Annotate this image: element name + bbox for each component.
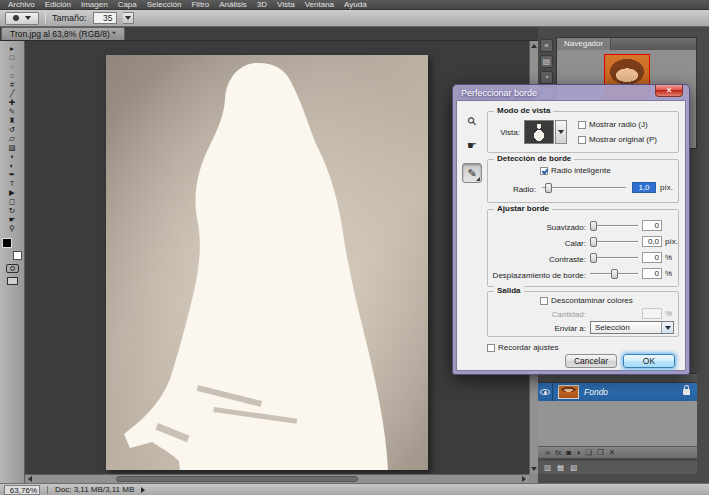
slider-thumb[interactable] [590,253,597,263]
color-panel-icon[interactable]: ▤ [540,55,553,68]
status-flyout-icon[interactable] [141,487,145,493]
eyedropper-tool[interactable]: ╱ [2,89,23,98]
dialog-zoom-tool[interactable]: ⚲ [462,111,482,131]
type-tool[interactable]: T [2,179,23,188]
layer-row-fondo[interactable]: Fondo [538,383,697,401]
layer-name[interactable]: Fondo [584,387,683,397]
dropdown-arrow-button[interactable] [661,322,673,333]
view-mode-thumbnail[interactable] [524,120,554,144]
view-mode-dropdown-button[interactable] [555,120,567,144]
shift-edge-value-field[interactable]: 0 [642,268,662,279]
layer-mask-icon[interactable]: ◙ [566,447,571,459]
dialog-title-bar[interactable]: Perfeccionar borde ✕ [456,85,686,100]
radius-value-field[interactable]: 1,0 [632,182,656,193]
blur-tool[interactable]: ◗ [2,152,23,161]
pen-tool[interactable]: ✒ [2,170,23,179]
smooth-slider[interactable] [590,221,638,231]
healing-brush-tool[interactable]: ✚ [2,98,23,107]
smooth-value-field[interactable]: 0 [642,220,662,231]
refine-radius-tool[interactable]: ✎ [462,163,482,183]
smart-radius-checkbox[interactable] [540,167,548,175]
menu-ayuda[interactable]: Ayuda [339,0,372,10]
screen-mode-button[interactable] [7,277,18,285]
horizontal-scrollbar-thumb[interactable] [116,476,358,482]
rotate-3d-tool[interactable]: ↻ [2,206,23,215]
adjustment-layer-icon[interactable]: ◑ [576,447,581,459]
scroll-up-icon[interactable] [531,44,537,48]
scroll-left-icon[interactable] [28,476,32,482]
cancel-button[interactable]: Cancelar [565,354,617,368]
channels-panel-icon[interactable]: ▥ [544,463,551,472]
shape-tool[interactable]: ◻ [2,197,23,206]
feather-value-field[interactable]: 0,0 [642,236,662,247]
delete-layer-icon[interactable]: ✕ [609,447,615,459]
slider-thumb[interactable] [545,183,552,193]
radius-slider[interactable] [542,183,626,193]
crop-tool[interactable]: # [2,80,23,89]
brush-tool[interactable]: ✎ [2,107,23,116]
dialog-hand-tool[interactable]: ☛ [462,135,482,155]
show-radius-checkbox[interactable] [578,121,586,129]
styles-panel-icon[interactable]: ◔ [540,71,553,84]
lasso-tool[interactable]: ◌ [2,62,23,71]
document-image[interactable] [106,55,428,470]
foreground-color-swatch[interactable] [2,238,12,248]
color-swatches [2,238,22,260]
horizontal-scrollbar[interactable] [25,474,529,483]
feather-slider[interactable] [590,237,638,247]
tool-preset-picker[interactable] [5,12,39,25]
layer-visibility-cell[interactable] [538,383,553,401]
menu-3d[interactable]: 3D [252,0,272,10]
brush-size-field[interactable]: 35 [93,12,117,24]
scroll-down-icon[interactable] [531,467,537,471]
scroll-right-icon[interactable] [522,476,526,482]
contrast-slider[interactable] [590,253,638,263]
decontaminate-checkbox[interactable] [540,297,548,305]
layer-thumbnail[interactable] [558,385,579,399]
menu-ventana[interactable]: Ventana [300,0,339,10]
menu-imagen[interactable]: Imagen [76,0,113,10]
hand-tool[interactable]: ☛ [2,215,23,224]
dialog-close-button[interactable]: ✕ [655,85,683,97]
background-color-swatch[interactable] [13,251,22,260]
brush-size-dropdown-button[interactable] [123,12,134,24]
zoom-level-field[interactable]: 63,76% [4,485,40,495]
collapse-dock-icon[interactable]: « [540,39,553,52]
rectangular-marquee-tool[interactable]: □ [2,53,23,62]
send-to-dropdown[interactable]: Selección [590,321,674,334]
slider-thumb[interactable] [590,221,597,231]
layer-group-icon[interactable]: ❏ [585,447,592,459]
menu-vista[interactable]: Vista [272,0,300,10]
link-layers-icon[interactable]: ∞ [545,447,550,459]
tab-navegador[interactable]: Navegador [557,38,611,50]
shift-edge-slider[interactable] [590,269,638,279]
move-tool[interactable]: ▸ [2,44,23,53]
menu-archivo[interactable]: Archivo [3,0,40,10]
amount-value-field [642,308,662,319]
contrast-value-field[interactable]: 0 [642,252,662,263]
gradient-tool[interactable]: ▨ [2,143,23,152]
menu-seleccion[interactable]: Selección [142,0,187,10]
show-original-checkbox[interactable] [578,136,586,144]
slider-thumb[interactable] [611,269,618,279]
quick-selection-tool[interactable]: ○ [2,71,23,80]
new-layer-icon[interactable]: ❐ [597,447,604,459]
paths-panel-icon[interactable]: ▦ [557,463,564,472]
menu-filtro[interactable]: Filtro [186,0,214,10]
clone-stamp-tool[interactable]: ♜ [2,116,23,125]
menu-analisis[interactable]: Análisis [214,0,252,10]
layer-effects-icon[interactable]: fx [555,447,561,459]
dodge-tool[interactable]: ◐ [2,161,23,170]
menu-edicion[interactable]: Edición [40,0,76,10]
ok-button[interactable]: OK [623,354,675,368]
zoom-tool[interactable]: ⚲ [2,224,23,233]
path-selection-tool[interactable]: ▶ [2,188,23,197]
slider-thumb[interactable] [590,237,597,247]
remember-settings-checkbox[interactable] [487,344,495,352]
history-panel-icon[interactable]: ▧ [570,463,577,472]
history-brush-tool[interactable]: ↺ [2,125,23,134]
document-tab[interactable]: Tron.jpg al 63,8% (RGB/8) * [1,27,125,40]
quick-mask-button[interactable] [6,264,19,273]
eraser-tool[interactable]: ▱ [2,134,23,143]
menu-capa[interactable]: Capa [113,0,142,10]
